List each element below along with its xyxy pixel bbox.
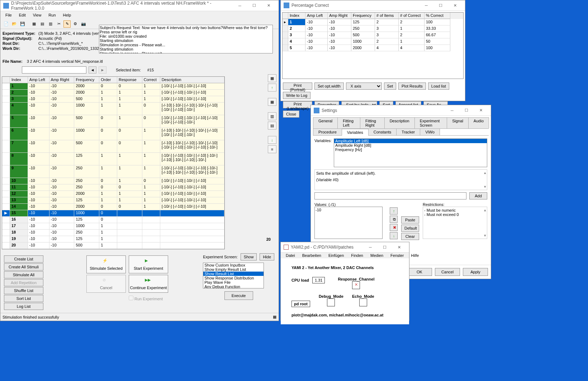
tool2-icon[interactable]: ▤ (39, 20, 46, 28)
tool3-icon[interactable]: ▥ (47, 20, 54, 28)
ok-button[interactable]: OK (407, 268, 432, 276)
settings-maximize-icon[interactable]: ☐ (459, 105, 474, 116)
echo-mode-toggle[interactable] (359, 298, 367, 306)
tab-description[interactable]: Description (384, 117, 415, 128)
write-to-log-button[interactable]: Write to Log (283, 92, 310, 99)
tab-fitting-left[interactable]: Fitting Left (337, 117, 360, 128)
yami-menu-item[interactable]: Hilfe (407, 253, 422, 258)
start-experiment-button[interactable]: ▶Start Experiment (129, 255, 168, 273)
settings-minimize-icon[interactable]: ─ (445, 105, 459, 116)
show-button[interactable]: Show (241, 253, 257, 260)
values-textarea[interactable] (314, 207, 383, 239)
yami-menu-item[interactable]: Datei (282, 253, 299, 258)
load-list-button[interactable]: Load list (428, 83, 449, 90)
showlist-item[interactable]: Any Debug Function (203, 284, 264, 288)
yami-maximize-icon[interactable]: ☐ (378, 242, 392, 252)
showlist-item[interactable]: Show Response Distribution (203, 276, 264, 280)
side-btn5[interactable]: ▤ (268, 122, 276, 130)
default-button[interactable]: Default (401, 225, 419, 232)
yami-close-icon[interactable]: ✕ (392, 242, 406, 252)
tab-procedure[interactable]: Procedure (313, 128, 342, 135)
val-delete-icon[interactable]: ✖ (390, 224, 398, 231)
pc-close-icon[interactable]: ✕ (448, 0, 462, 10)
shuffle-list-button[interactable]: Shuffle List (4, 287, 43, 294)
camera-icon[interactable]: 📷 (80, 20, 87, 28)
side-btn1[interactable]: ▦ (268, 74, 276, 82)
clear-button[interactable]: Clear (401, 233, 419, 240)
showlist-item[interactable]: Show Custom Inputbox (203, 263, 264, 267)
settings-cancel-button[interactable]: Cancel (435, 268, 460, 276)
set-opt-width-button[interactable]: Set opt.width (314, 83, 344, 90)
tab-tracker[interactable]: Tracker (396, 128, 420, 135)
create-all-stimuli-button[interactable]: Create All Stimuli (4, 263, 43, 271)
menu-edit[interactable]: Edit (15, 12, 29, 18)
yami-minimize-icon[interactable]: ─ (363, 242, 378, 252)
debug-mode-toggle[interactable] (327, 298, 335, 306)
restr-scroll-down-icon[interactable]: ▾ (484, 233, 486, 238)
main-datagrid[interactable]: IndexAmp LeftAmp RightFrequencyOrderResp… (2, 76, 225, 249)
print-landscape-button[interactable]: Print (Landscape) (283, 101, 312, 108)
highlight-icon[interactable]: ✎ (63, 20, 71, 28)
showlist-item[interactable]: Show Result List (203, 272, 264, 276)
tab-experiment-screen[interactable]: Experiment Screen (414, 117, 447, 128)
pc-maximize-icon[interactable]: ☐ (433, 0, 448, 10)
log-textbox[interactable]: Subject's Request Text: Now we have 4 in… (99, 25, 273, 53)
pc-datagrid[interactable]: IndexAmp LeftAmp RightFrequency# of Item… (282, 12, 464, 79)
log-list-button[interactable]: Log List (4, 303, 43, 310)
tab-constants[interactable]: Constants (368, 128, 397, 135)
tab-fitting-right[interactable]: Fitting Right (360, 117, 385, 128)
stimulate-all-button[interactable]: Stimulate All (4, 271, 43, 278)
variable-item[interactable]: Frequency [Hz] (334, 147, 487, 152)
tool-icon[interactable]: ▦ (30, 20, 38, 28)
print-portrait-button[interactable]: Print (Portrait) (283, 83, 312, 90)
close-icon[interactable]: ✕ (261, 1, 276, 11)
variables-listbox[interactable]: Amplitude Left [dB]Amplitude Right [dB]F… (334, 138, 487, 167)
tab-signal[interactable]: Signal (447, 117, 469, 128)
continue-experiment-button[interactable]: ▶▶Continue Experiment (129, 275, 168, 293)
response-channel-toggle[interactable]: ✕ (352, 281, 360, 289)
create-list-button[interactable]: Create List (4, 255, 43, 263)
arrow-down-icon[interactable]: ↓ (268, 136, 276, 144)
nav-next-button[interactable]: ► (99, 66, 106, 74)
apply-button[interactable]: Apply (463, 268, 488, 276)
val-down-icon[interactable]: ↓ (390, 232, 398, 239)
tab-viwo[interactable]: ViWo (420, 128, 440, 135)
menu-help[interactable]: Help (60, 12, 75, 18)
side-btn4[interactable]: ▥ (268, 112, 276, 120)
yami-menu-item[interactable]: Medien (367, 253, 387, 258)
action-listbox[interactable]: Show Custom InputboxShow Empty Result Li… (203, 263, 264, 288)
maximize-icon[interactable]: ☐ (247, 1, 261, 11)
paste-button[interactable]: Paste (401, 216, 419, 224)
menu-view[interactable]: View (29, 12, 45, 18)
arrow-up-icon[interactable]: ↑ (268, 84, 276, 91)
tab-audio[interactable]: Audio (468, 117, 489, 128)
side-btn3[interactable]: ▦ (268, 98, 276, 106)
scroll-up-icon[interactable]: ▴ (484, 170, 486, 175)
yami-menu-item[interactable]: Bearbeiten (299, 253, 325, 258)
pc-close-button[interactable]: Close (283, 110, 299, 118)
hide-button[interactable]: Hide (260, 253, 274, 260)
tab-general[interactable]: General (313, 117, 338, 128)
add-var-input[interactable] (314, 192, 466, 199)
xaxis-select[interactable]: X axis (346, 83, 382, 90)
pd-root-box[interactable]: pd root (291, 301, 310, 307)
minimize-icon[interactable]: ─ (233, 1, 247, 11)
stimulate-selected-button[interactable]: ⚡Stimulate Selected (86, 255, 126, 273)
restr-scroll-up-icon[interactable]: ▴ (484, 208, 486, 212)
val-up-icon[interactable]: ↑ (390, 207, 398, 215)
variable-item[interactable]: Amplitude Left [dB] (334, 139, 487, 143)
nav-input[interactable] (22, 66, 86, 74)
plot-results-button[interactable]: Plot Results (398, 83, 426, 90)
run-experiment-checkbox[interactable] (129, 296, 133, 300)
variable-item[interactable]: Amplitude Right [dB] (334, 143, 487, 147)
sort-list-button[interactable]: Sort List (4, 295, 43, 302)
nav-prev-button[interactable]: ◄ (89, 66, 96, 74)
yami-menu-item[interactable]: Einfügen (325, 253, 347, 258)
cancel-button[interactable]: ⊘Cancel (86, 275, 126, 293)
add-repetition-button[interactable]: Add Repetition (4, 279, 43, 286)
cut-icon[interactable]: ✂ (55, 20, 62, 28)
side-btn7[interactable]: ≡ (268, 145, 276, 153)
execute-button[interactable]: Execute (224, 291, 253, 300)
tab-variables[interactable]: Variables (342, 129, 369, 136)
showlist-item[interactable]: Play Wave File (203, 280, 264, 284)
